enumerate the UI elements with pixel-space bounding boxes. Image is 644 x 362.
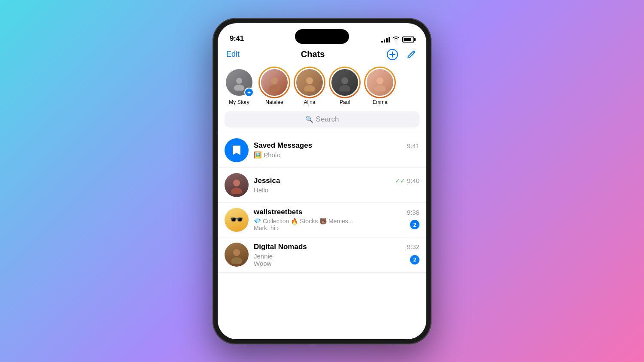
saved-messages-name-row: Saved Messages 9:41 (254, 141, 419, 150)
signal-bar-1 (381, 41, 383, 43)
signal-bar-2 (384, 40, 386, 43)
story-my-story[interactable]: + My Story (225, 68, 254, 105)
natalee-avatar (260, 68, 289, 97)
signal-bar-4 (389, 37, 390, 43)
jessica-time-row: ✓✓ 9:40 (395, 177, 419, 184)
stories-row: + My Story Natalee (218, 65, 426, 111)
signal-icon (381, 37, 390, 43)
wallstreetbets-preview-row: 💎 Collection 🔥 Stocks 🐻 Memes... Mark: h… (254, 218, 419, 231)
wallstreetbets-tags: 💎 Collection 🔥 Stocks 🐻 Memes... (254, 218, 410, 225)
photo-emoji: 🖼️ (254, 151, 264, 158)
read-checkmark: ✓✓ (395, 177, 405, 184)
digital-nomads-time: 9:32 (407, 243, 419, 250)
jessica-avatar (225, 173, 249, 197)
app-header: Edit Chats (218, 46, 426, 65)
alina-avatar-wrapper (295, 68, 324, 97)
svg-point-12 (231, 188, 242, 194)
battery-fill (404, 38, 411, 41)
wallstreetbets-avatar: 🕶️ (225, 208, 249, 232)
saved-messages-name: Saved Messages (254, 141, 312, 150)
svg-point-6 (304, 85, 315, 91)
paul-avatar-wrapper (330, 68, 359, 97)
svg-point-14 (231, 257, 242, 264)
story-natalee[interactable]: Natalee (260, 68, 289, 105)
phone-frame: 9:41 (213, 18, 431, 344)
jessica-content: Jessica ✓✓ 9:40 Hello (254, 176, 419, 194)
dynamic-island (295, 29, 349, 44)
add-chat-button[interactable] (386, 48, 399, 61)
saved-messages-preview: 🖼️ Photo (254, 151, 419, 159)
digital-nomads-preview: Jennie (254, 252, 410, 260)
story-label-alina: Alina (304, 99, 316, 105)
edit-button[interactable]: Edit (226, 50, 240, 59)
wallstreetbets-author: Mark: hi › (254, 225, 410, 231)
jessica-name: Jessica (254, 176, 280, 185)
wallstreetbets-content: wallstreetbets 9:38 💎 Collection 🔥 Stock… (254, 208, 419, 231)
wallstreetbets-badge: 2 (410, 220, 419, 229)
chat-item-saved-messages[interactable]: Saved Messages 9:41 🖼️ Photo (218, 133, 426, 168)
signal-bar-3 (386, 38, 388, 43)
chat-item-jessica[interactable]: Jessica ✓✓ 9:40 Hello (218, 168, 426, 203)
story-emma[interactable]: Emma (365, 68, 395, 105)
add-story-button[interactable]: + (244, 88, 254, 97)
wifi-icon (392, 36, 400, 43)
header-actions (386, 48, 418, 61)
story-alina[interactable]: Alina (295, 68, 324, 105)
phone-screen: 9:41 (218, 23, 426, 339)
jessica-time: 9:40 (407, 177, 419, 184)
digital-nomads-name: Digital Nomads (254, 243, 307, 251)
story-label-paul: Paul (340, 99, 350, 105)
story-label-natalee: Natalee (265, 99, 283, 105)
natalee-avatar-wrapper (260, 68, 289, 97)
svg-point-5 (306, 77, 313, 84)
svg-point-9 (377, 77, 383, 84)
saved-messages-avatar (225, 138, 249, 162)
emma-avatar (365, 68, 395, 97)
digital-nomads-preview2: Woow (254, 260, 410, 267)
status-time: 9:41 (230, 34, 244, 43)
jessica-name-row: Jessica ✓✓ 9:40 (254, 176, 419, 185)
story-label-emma: Emma (373, 99, 388, 105)
svg-point-4 (269, 85, 280, 91)
wallstreetbets-time: 9:38 (407, 209, 419, 216)
digital-nomads-avatar (225, 243, 249, 267)
story-paul[interactable]: Paul (330, 68, 359, 105)
digital-nomads-content: Digital Nomads 9:32 Jennie Woow 2 (254, 243, 419, 267)
svg-point-8 (339, 85, 350, 91)
story-label-mystory: My Story (229, 99, 249, 105)
chat-item-digital-nomads[interactable]: Digital Nomads 9:32 Jennie Woow 2 (218, 237, 426, 273)
svg-point-11 (233, 179, 240, 186)
chat-list: Saved Messages 9:41 🖼️ Photo (218, 133, 426, 339)
digital-nomads-preview-text: Jennie Woow (254, 252, 410, 267)
paul-avatar (330, 68, 359, 97)
search-placeholder: Search (316, 115, 339, 124)
digital-nomads-preview-row: Jennie Woow 2 (254, 252, 419, 267)
saved-messages-content: Saved Messages 9:41 🖼️ Photo (254, 141, 419, 159)
compose-button[interactable] (405, 48, 418, 61)
saved-messages-time: 9:41 (407, 142, 419, 149)
search-icon: 🔍 (305, 116, 313, 123)
page-title: Chats (301, 49, 325, 59)
search-bar[interactable]: 🔍 Search (225, 111, 419, 128)
svg-point-3 (271, 77, 278, 84)
digital-nomads-badge: 2 (410, 255, 419, 265)
svg-point-10 (374, 85, 386, 91)
emma-avatar-wrapper (365, 68, 395, 97)
wallstreetbets-preview-text: 💎 Collection 🔥 Stocks 🐻 Memes... Mark: h… (254, 218, 410, 231)
digital-nomads-name-row: Digital Nomads 9:32 (254, 243, 419, 251)
jessica-preview: Hello (254, 186, 419, 194)
chat-item-wallstreetbets[interactable]: 🕶️ wallstreetbets 9:38 💎 Collection 🔥 St… (218, 203, 426, 237)
svg-point-7 (341, 77, 348, 84)
svg-point-2 (234, 85, 244, 91)
wallstreet-emoji: 🕶️ (230, 213, 243, 226)
wallstreetbets-name: wallstreetbets (254, 208, 302, 216)
my-story-avatar-wrapper: + (225, 68, 254, 97)
svg-point-1 (236, 78, 242, 84)
wallstreetbets-name-row: wallstreetbets 9:38 (254, 208, 419, 216)
svg-point-13 (233, 249, 240, 256)
status-icons (381, 36, 414, 43)
alina-avatar (295, 68, 324, 97)
battery-icon (402, 37, 414, 43)
